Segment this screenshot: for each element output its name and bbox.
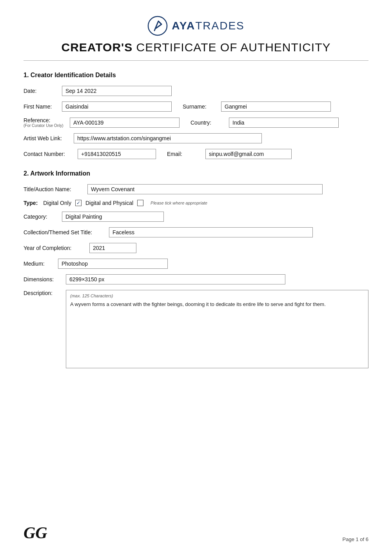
firstname-value: Gaisindai [62,101,172,112]
artwork-title-row: Title/Auction Name: Wyvern Covenant [24,184,368,194]
weblink-row: Artist Web Link: https://www.artstation.… [24,133,368,143]
collection-row: Collection/Themed Set Title: Faceless [24,227,368,237]
reference-label: Reference: [24,117,67,123]
year-row: Year of Completion: 2021 [24,243,368,253]
digital-only-checkbox[interactable]: ✓ [75,200,82,206]
footer-signature: GG [24,523,47,542]
footer-page: Page 1 of 6 [343,536,369,542]
description-label: Description: [24,290,63,296]
medium-value: Photoshop [58,259,168,269]
surname-label: Surname: [183,103,218,110]
surname-value: Gangmei [221,101,331,112]
cert-title-rest: CERTIFICATE OF AUTHENTICITY [132,41,330,54]
contact-label: Contact Number: [24,151,74,157]
date-value: Sep 14 2022 [62,86,172,96]
cert-title-bold: CREATOR'S [62,41,133,54]
date-label: Date: [24,88,59,94]
category-row: Category: Digital Painting [24,212,368,222]
artwork-title-value: Wyvern Covenant [87,184,323,194]
country-label: Country: [191,119,226,126]
year-label: Year of Completion: [24,245,86,251]
section2-title: 2. Artwork Information [24,170,368,177]
logo-text: AYATRADES [172,20,245,32]
digital-physical-checkbox-wrap [137,200,143,206]
dimensions-row: Dimensions: 6299×3150 px [24,274,368,284]
digital-only-checkbox-wrap: ✓ [75,200,82,206]
artwork-title-label: Title/Auction Name: [24,186,84,192]
date-row: Date: Sep 14 2022 [24,86,368,96]
logo-icon [147,16,168,36]
email-label: Email: [167,151,202,157]
collection-value: Faceless [109,227,313,237]
logo-area: AYATRADES [147,16,245,36]
page-footer: GG Page 1 of 6 [24,523,368,542]
reference-sublabel: (For Curator Use Only) [24,123,67,128]
type-digital-only-text: Digital Only [43,200,71,206]
type-note: Please tick where appropriate [151,201,207,205]
description-box: (max. 125 Characters) A wyvern forms a c… [66,290,368,368]
cert-title: CREATOR'S CERTIFICATE OF AUTHENTICITY [62,41,331,54]
weblink-label: Artist Web Link: [24,135,71,141]
type-row: Type: Digital Only ✓ Digital and Physica… [24,200,368,206]
description-text: A wyvern forms a covenant with the fight… [70,301,364,308]
reference-label-stack: Reference: (For Curator Use Only) [24,117,67,128]
medium-row: Medium: Photoshop [24,259,368,269]
description-row: Description: (max. 125 Characters) A wyv… [24,290,368,368]
logo-aya: AYA [172,20,195,32]
weblink-value: https://www.artstation.com/singangmei [74,133,262,143]
medium-label: Medium: [24,261,55,267]
country-value: India [229,118,339,128]
reference-value: AYA-000139 [70,118,180,128]
reference-row: Reference: (For Curator Use Only) AYA-00… [24,117,368,128]
dimensions-label: Dimensions: [24,276,63,282]
firstname-label: First Name: [24,103,59,110]
year-value: 2021 [89,243,136,253]
category-label: Category: [24,214,59,220]
digital-physical-checkbox[interactable] [137,200,143,206]
email-value: sinpu.wolf@gmail.com [205,149,292,159]
contact-row: Contact Number: +918413020515 Email: sin… [24,149,368,159]
contact-value: +918413020515 [78,149,156,159]
description-hint: (max. 125 Characters) [70,293,364,298]
collection-label: Collection/Themed Set Title: [24,229,106,235]
name-row: First Name: Gaisindai Surname: Gangmei [24,101,368,112]
dimensions-value: 6299×3150 px [66,274,285,284]
category-value: Digital Painting [62,212,164,222]
logo-trades: TRADES [195,20,245,32]
type-label: Type: [24,200,38,206]
type-digital-physical-text: Digital and Physical [85,200,133,206]
section-artwork-info: 2. Artwork Information Title/Auction Nam… [24,170,368,368]
page-header: AYATRADES CREATOR'S CERTIFICATE OF AUTHE… [24,16,368,56]
svg-point-0 [148,16,167,35]
section1-title: 1. Creator Identification Details [24,72,368,79]
header-divider [24,60,368,61]
section-creator-details: 1. Creator Identification Details Date: … [24,72,368,159]
